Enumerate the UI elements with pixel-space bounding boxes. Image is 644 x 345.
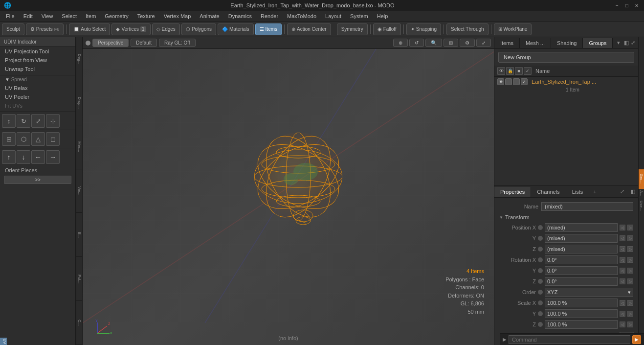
tab-shading[interactable]: Shading xyxy=(551,38,583,48)
prop-pos-y-value[interactable]: (mixed) xyxy=(545,234,618,243)
prop-order-dot[interactable] xyxy=(538,290,543,295)
prop-scale-z-value[interactable]: 100.0 % xyxy=(545,320,618,329)
tool-icon-scale[interactable]: ⤢ xyxy=(31,114,45,128)
side-strip-e[interactable]: E... xyxy=(76,213,82,257)
prop-transform-section[interactable]: Transform xyxy=(494,212,638,222)
perspective-btn[interactable]: Perspective xyxy=(92,39,129,47)
group-lock-icon[interactable] xyxy=(505,78,512,85)
viewport-indicator[interactable] xyxy=(86,41,90,46)
prop-scale-z-arr-left[interactable]: ◁ xyxy=(620,322,625,327)
vp-fit-btn[interactable]: ⊞ xyxy=(444,39,458,47)
close-button[interactable]: ✕ xyxy=(633,2,640,9)
prop-rot-y-dot[interactable] xyxy=(538,268,543,273)
grp-icon-render[interactable]: ■ xyxy=(515,67,523,75)
grp-icon-eye[interactable]: 👁 xyxy=(497,67,505,75)
uv-projection-tool[interactable]: UV Projection Tool xyxy=(0,47,75,56)
menu-edit[interactable]: Edit xyxy=(20,12,37,20)
props-expand-btn[interactable]: ⤢ xyxy=(617,186,627,197)
uv-relax[interactable]: UV Relax xyxy=(0,84,75,92)
tool-icon-move[interactable]: ↕ xyxy=(2,114,16,128)
minimize-button[interactable]: − xyxy=(614,2,621,9)
action-center-button[interactable]: ⊕ Action Center xyxy=(287,23,331,35)
new-group-button[interactable]: New Group xyxy=(498,52,634,63)
prop-scale-y-dot[interactable] xyxy=(538,311,543,316)
uv-peeler[interactable]: UV Peeler xyxy=(0,92,75,101)
prop-pos-x-value[interactable]: (mixed) xyxy=(545,223,618,232)
tool-icon-triangle[interactable]: △ xyxy=(31,132,45,146)
props-tab-lists[interactable]: Lists xyxy=(566,187,590,197)
tab-groups[interactable]: Groups xyxy=(583,38,613,48)
tool-icon-cube[interactable]: ◻ xyxy=(46,132,60,146)
side-strip-mes[interactable]: Mes... xyxy=(76,125,82,169)
side-strip-deg[interactable]: Deg... xyxy=(76,37,82,81)
menu-render[interactable]: Render xyxy=(257,12,282,20)
tool-icon-hex[interactable]: ⬡ xyxy=(17,132,30,146)
prop-name-value[interactable]: (mixed) xyxy=(541,202,633,211)
props-tab-add[interactable]: + xyxy=(589,187,600,197)
dir-down[interactable]: ↓ xyxy=(17,150,30,164)
unwrap-tool[interactable]: Unwrap Tool xyxy=(0,65,75,73)
group-eye-icon[interactable]: 👁 xyxy=(497,78,504,85)
prop-pos-x-dot[interactable] xyxy=(538,225,543,230)
side-strip-pol[interactable]: Pol... xyxy=(76,257,82,301)
ray-gl-btn[interactable]: Ray GL: Off xyxy=(159,39,196,47)
sculpt-button[interactable]: Sculpt xyxy=(2,23,24,35)
group-render-icon[interactable] xyxy=(513,78,520,85)
prop-pos-y-arr-right[interactable]: ▷ xyxy=(627,235,633,241)
prop-scale-y-arr-left[interactable]: ◁ xyxy=(620,311,625,317)
tool-icon-transform[interactable]: ⊹ xyxy=(46,114,60,128)
cmd-input[interactable] xyxy=(509,335,630,344)
uv-strip[interactable]: UV xyxy=(0,338,7,345)
grp-icon-check[interactable]: ✓ xyxy=(524,67,532,75)
grp-icon-lock[interactable]: 🔒 xyxy=(506,67,514,75)
prop-rot-z-arr-left[interactable]: ◁ xyxy=(620,278,625,284)
menu-vertex-map[interactable]: Vertex Map xyxy=(160,12,195,20)
dir-left[interactable]: ← xyxy=(31,150,45,164)
tab-items[interactable]: Items xyxy=(494,38,520,48)
prop-scale-y-value[interactable]: 100.0 % xyxy=(545,309,618,318)
symmetry-button[interactable]: Symmetry xyxy=(337,23,368,35)
rp-pin-btn[interactable]: ◧ xyxy=(624,40,629,46)
prop-scale-z-dot[interactable] xyxy=(538,322,543,327)
ra-use[interactable]: Use... xyxy=(639,199,644,213)
menu-system[interactable]: System xyxy=(346,12,372,20)
menu-item[interactable]: Item xyxy=(82,12,100,20)
prop-rot-x-arr-right[interactable]: ▷ xyxy=(627,257,633,263)
vp-expand-btn[interactable]: ⤢ xyxy=(476,39,491,47)
project-from-view[interactable]: Project from View xyxy=(0,56,75,65)
prop-pos-y-dot[interactable] xyxy=(538,236,543,241)
polygons-button[interactable]: ⬡ Polygons xyxy=(181,23,216,35)
prop-rot-z-arr-right[interactable]: ▷ xyxy=(627,278,633,284)
items-button[interactable]: ☰ Items xyxy=(255,23,282,35)
prop-scale-x-arr-left[interactable]: ◁ xyxy=(620,300,625,306)
side-strip-c[interactable]: C... xyxy=(76,301,82,345)
tab-mesh[interactable]: Mesh ... xyxy=(520,38,551,48)
vp-zoom-btn[interactable]: ↺ xyxy=(409,39,424,47)
select-through-button[interactable]: Select Through xyxy=(446,23,489,35)
menu-select[interactable]: Select xyxy=(58,12,81,20)
ra-a[interactable]: A... xyxy=(639,189,644,199)
vp-render-btn[interactable]: ⚙ xyxy=(460,39,475,47)
dir-up[interactable]: ↑ xyxy=(2,150,16,164)
default-btn[interactable]: Default xyxy=(131,39,157,47)
props-tab-properties[interactable]: Properties xyxy=(494,187,531,197)
prop-rot-y-arr-left[interactable]: ◁ xyxy=(620,268,625,274)
props-pin-btn[interactable]: ◧ xyxy=(627,186,638,197)
workplane-button[interactable]: ⊞ WorkPlane xyxy=(494,23,532,35)
menu-geometry[interactable]: Geometry xyxy=(101,12,132,20)
prop-scale-x-arr-right[interactable]: ▷ xyxy=(627,300,633,306)
prop-rot-x-dot[interactable] xyxy=(538,257,543,262)
menu-dynamics[interactable]: Dynamics xyxy=(224,12,256,20)
menu-maxtomodo[interactable]: MaxToModo xyxy=(283,12,320,20)
prop-pos-z-value[interactable]: (mixed) xyxy=(545,245,618,253)
side-strip-drop[interactable]: Drop... xyxy=(76,81,82,125)
prop-pos-x-arr-left[interactable]: ◁ xyxy=(620,225,625,230)
prop-scale-x-value[interactable]: 100.0 % xyxy=(545,299,618,307)
prop-pos-x-arr-right[interactable]: ▷ xyxy=(627,225,633,230)
snapping-button[interactable]: ✦ Snapping xyxy=(406,23,441,35)
presets-button[interactable]: ⚙ Presets F6 xyxy=(26,23,64,35)
props-tab-channels[interactable]: Channels xyxy=(531,187,566,197)
orient-pieces[interactable]: Orient Pieces xyxy=(0,166,75,175)
materials-button[interactable]: 🔷 Materials xyxy=(218,23,254,35)
falloff-button[interactable]: ◉ Falloff xyxy=(373,23,401,35)
